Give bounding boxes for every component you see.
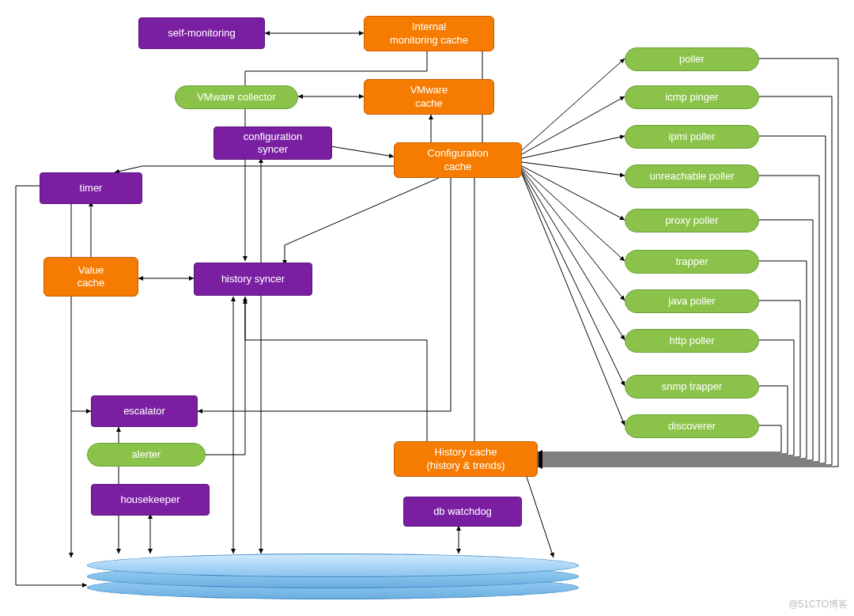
svg-line-7	[522, 59, 625, 150]
node-http-poller: http poller	[625, 329, 759, 353]
node-internal-monitoring-cache: Internal monitoring cache	[364, 16, 494, 51]
label: configuration syncer	[244, 130, 302, 157]
node-vmware-cache: VMware cache	[364, 79, 494, 115]
label: ipmi poller	[668, 130, 715, 143]
label: Value cache	[77, 264, 105, 290]
node-trapper: trapper	[625, 250, 759, 274]
label: escalator	[123, 405, 165, 418]
svg-line-16	[522, 174, 625, 425]
label: trapper	[675, 255, 708, 268]
label: VMware collector	[197, 91, 276, 104]
label: housekeeper	[120, 493, 179, 506]
label: unreachable poller	[650, 170, 735, 183]
node-discoverer: discoverer	[625, 414, 759, 438]
node-ipmi-poller: ipmi poller	[625, 125, 759, 149]
label: proxy poller	[665, 214, 718, 227]
node-alerter: alerter	[87, 443, 206, 467]
node-history-syncer: history syncer	[194, 263, 312, 296]
label: self-monitoring	[168, 27, 235, 40]
node-timer: timer	[40, 172, 142, 204]
node-history-cache: History cache (history & trends)	[394, 441, 538, 477]
svg-line-14	[522, 171, 625, 340]
svg-line-10	[522, 162, 625, 176]
label: Internal monitoring cache	[390, 21, 468, 47]
svg-line-11	[522, 166, 625, 220]
node-icmp-pinger: icmp pinger	[625, 85, 759, 109]
node-proxy-poller: proxy poller	[625, 209, 759, 232]
label: poller	[679, 53, 705, 66]
svg-line-13	[522, 169, 625, 300]
node-escalator: escalator	[91, 395, 198, 427]
node-vmware-collector: VMware collector	[175, 85, 298, 109]
node-db-watchdog: db watchdog	[403, 497, 522, 527]
label: alerter	[132, 448, 161, 461]
label: db watchdog	[433, 505, 492, 518]
label: timer	[80, 182, 103, 195]
database-cylinder	[87, 554, 577, 603]
label: snmp trapper	[662, 380, 723, 393]
svg-line-2	[331, 146, 394, 157]
node-unreachable-poller: unreachable poller	[625, 164, 759, 188]
node-config-cache: Configuration cache	[394, 142, 522, 178]
label: Configuration cache	[427, 147, 488, 173]
watermark: @51CTO博客	[788, 598, 848, 611]
label: history syncer	[221, 273, 285, 285]
node-value-cache: Value cache	[43, 257, 138, 297]
node-java-poller: java poller	[625, 289, 759, 313]
svg-line-9	[522, 136, 625, 158]
node-snmp-trapper: snmp trapper	[625, 375, 759, 399]
svg-line-15	[522, 172, 625, 386]
label: icmp pinger	[665, 91, 718, 104]
svg-line-8	[522, 96, 625, 154]
label: java poller	[668, 295, 715, 308]
node-poller: poller	[625, 47, 759, 71]
label: http poller	[669, 334, 714, 347]
label: discoverer	[668, 420, 716, 433]
node-self-monitoring: self-monitoring	[138, 17, 265, 49]
node-config-syncer: configuration syncer	[214, 127, 332, 160]
label: VMware cache	[410, 84, 448, 110]
node-housekeeper: housekeeper	[91, 484, 210, 516]
label: History cache (history & trends)	[427, 446, 505, 472]
svg-line-12	[522, 168, 625, 261]
